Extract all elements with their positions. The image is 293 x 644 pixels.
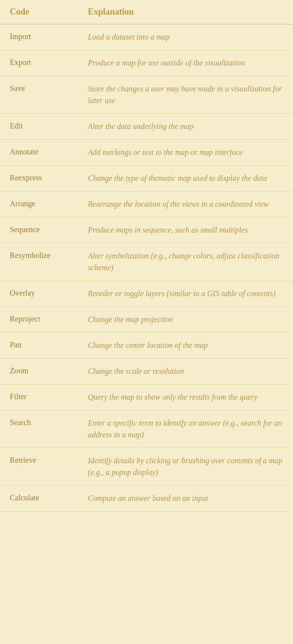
row-explanation-1: Produce a map for use outside of the vis…: [88, 57, 245, 69]
row-explanation-13: Query the map to show only the results f…: [88, 391, 257, 403]
table-row: ExportProduce a map for use outside of t…: [0, 50, 293, 76]
row-code-9: Overlay: [10, 288, 88, 298]
table-header: Code Explanation: [0, 0, 293, 24]
row-explanation-15: Identify details by clicking or brushing…: [88, 455, 283, 478]
table-row: CalculateCompute an answer based on an i…: [0, 486, 293, 512]
row-code-10: Reproject: [10, 314, 88, 323]
row-code-4: Annotate: [10, 147, 88, 156]
table-row: SaveStore the changes a user may have ma…: [0, 76, 293, 114]
table-row: SearchEnter a specific term to identify …: [0, 410, 293, 448]
table-row: ArrangeRearrange the location of the vie…: [0, 192, 293, 217]
header-code: Code: [10, 7, 88, 17]
row-code-2: Save: [10, 83, 88, 93]
table-row: EditAlter the data underlying the map: [0, 114, 293, 140]
main-table: Code Explanation ImportLoad a dataset in…: [0, 0, 293, 512]
table-row: ZoomChange the scale or resolution: [0, 359, 293, 385]
table-row: RetrieveIdentify details by clicking or …: [0, 448, 293, 486]
row-code-1: Export: [10, 57, 88, 67]
row-code-6: Arrange: [10, 198, 88, 208]
row-explanation-9: Reorder or toggle layers (similar to a G…: [88, 288, 275, 300]
row-explanation-16: Compute an answer based on an input: [88, 493, 208, 504]
row-code-16: Calculate: [10, 493, 88, 502]
row-explanation-12: Change the scale or resolution: [88, 365, 184, 377]
row-code-11: Pan: [10, 340, 88, 349]
row-explanation-6: Rearrange the location of the views in a…: [88, 198, 269, 210]
row-explanation-2: Store the changes a user may have made i…: [88, 83, 283, 107]
table-row: PanChange the center location of the map: [0, 333, 293, 359]
row-explanation-5: Change the type of thematic map used to …: [88, 172, 267, 184]
row-code-14: Search: [10, 417, 88, 427]
row-explanation-7: Produce maps in sequence, such as small …: [88, 224, 248, 236]
row-explanation-0: Load a dataset into a map: [88, 31, 170, 43]
row-explanation-8: Alter symbolization (e.g., change colors…: [88, 250, 283, 274]
table-row: ReprojectChange the map projection: [0, 307, 293, 333]
header-explanation: Explanation: [88, 7, 134, 17]
row-code-5: Reexpress: [10, 172, 88, 182]
row-code-3: Edit: [10, 121, 88, 130]
row-explanation-14: Enter a specific term to identify an ans…: [88, 417, 283, 441]
row-code-7: Sequence: [10, 224, 88, 234]
table-row: ImportLoad a dataset into a map: [0, 24, 293, 50]
row-code-8: Resymbolize: [10, 250, 88, 260]
row-explanation-11: Change the center location of the map: [88, 340, 208, 351]
row-explanation-4: Add markings or text to the map or map i…: [88, 147, 243, 158]
row-explanation-3: Alter the data underlying the map: [88, 121, 193, 132]
row-code-12: Zoom: [10, 365, 88, 375]
row-code-15: Retrieve: [10, 455, 88, 465]
table-body: ImportLoad a dataset into a mapExportPro…: [0, 24, 293, 512]
row-code-0: Import: [10, 31, 88, 41]
table-row: ReexpressChange the type of thematic map…: [0, 166, 293, 192]
table-row: AnnotateAdd markings or text to the map …: [0, 140, 293, 166]
table-row: ResymbolizeAlter symbolization (e.g., ch…: [0, 243, 293, 281]
row-code-13: Filter: [10, 391, 88, 401]
table-row: FilterQuery the map to show only the res…: [0, 385, 293, 410]
row-explanation-10: Change the map projection: [88, 314, 173, 325]
table-row: SequenceProduce maps in sequence, such a…: [0, 217, 293, 243]
table-row: OverlayReorder or toggle layers (similar…: [0, 281, 293, 307]
